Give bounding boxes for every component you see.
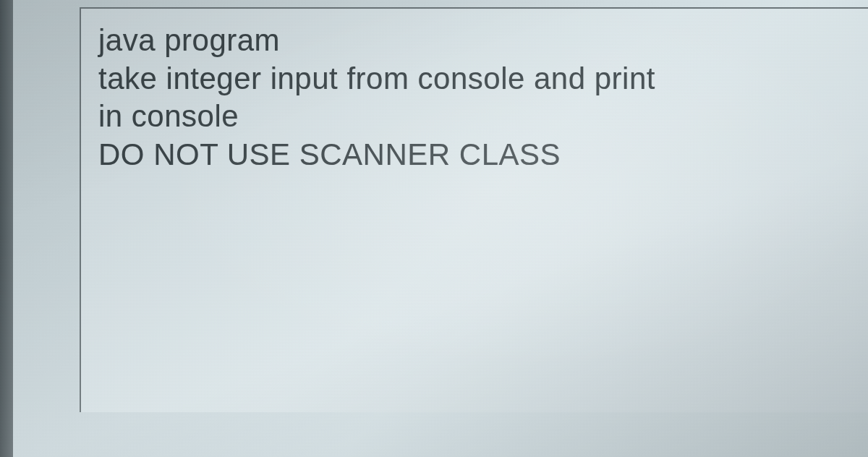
text-line-4: DO NOT USE SCANNER CLASS bbox=[98, 136, 851, 174]
text-line-3: in console bbox=[98, 98, 851, 136]
screen-edge-shadow bbox=[0, 0, 13, 457]
question-content: java program take integer input from con… bbox=[98, 22, 851, 174]
document-container: java program take integer input from con… bbox=[0, 0, 868, 457]
question-text-box: java program take integer input from con… bbox=[80, 7, 868, 412]
text-line-2: take integer input from console and prin… bbox=[98, 60, 851, 98]
text-line-1: java program bbox=[98, 22, 851, 60]
